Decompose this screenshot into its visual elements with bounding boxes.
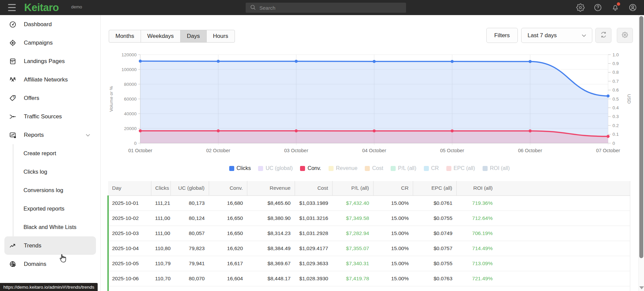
svg-text:0.9: 0.9 [612, 61, 619, 66]
cell-day: 2025-10-05 [108, 256, 151, 271]
legend-item-revenue[interactable]: Revenue [329, 165, 357, 171]
user-account-icon[interactable] [629, 3, 637, 12]
legend-item-cost[interactable]: Cost [365, 165, 383, 171]
filters-button[interactable]: Filters [486, 28, 518, 43]
svg-text:60000: 60000 [124, 97, 137, 102]
table-row[interactable]: 2025-10-04110,8079,82316,620$8,384.49$1,… [108, 241, 630, 256]
sidebar-item-offers[interactable]: $Offers [4, 89, 96, 107]
cell-cr: 15.00% [373, 256, 413, 271]
svg-text:0.8: 0.8 [612, 70, 619, 75]
scrollbar-down-arrow[interactable] [639, 286, 644, 289]
sidebar-subitem-conversions-log[interactable]: Conversions log [13, 181, 100, 199]
legend-item-epc-all-[interactable]: EPC (all) [446, 165, 475, 171]
cell-revenue: $8,380.90 [247, 211, 295, 226]
column-header-day[interactable]: Day [108, 181, 151, 195]
reports-icon [9, 131, 16, 139]
table-row[interactable]: 2025-10-02111,0080,12416,650$8,380.90$1,… [108, 211, 630, 226]
cell-uc-global-: 79,823 [170, 241, 209, 256]
column-header-clicks[interactable]: Clicks [151, 181, 170, 195]
legend-swatch [391, 166, 396, 171]
cell-day: 2025-10-07 [108, 286, 151, 291]
column-header-filler [497, 181, 630, 195]
sidebar-item-dashboard[interactable]: Dashboard [4, 15, 96, 34]
cell-cost: $1,031.2928 [295, 226, 332, 241]
tab-weekdays[interactable]: Weekdays [141, 30, 181, 43]
svg-text:1.0: 1.0 [612, 52, 619, 57]
table-row[interactable]: 2025-10-01111,2180,17316,680$8,465.60$1,… [108, 195, 630, 211]
tab-months[interactable]: Months [109, 30, 141, 43]
sidebar-item-landings-pages[interactable]: Landings Pages [4, 52, 96, 70]
refresh-button[interactable] [595, 28, 611, 43]
landing-pages-icon [9, 58, 16, 65]
column-header-p-l-all-[interactable]: P/L (all) [332, 181, 373, 195]
cell-clicks: 111,00 [151, 211, 170, 226]
hamburger-menu-icon[interactable] [8, 4, 16, 11]
sidebar-subitem-exported-reports[interactable]: Exported reports [13, 199, 100, 218]
cell-roi-all-: 714.49% [456, 241, 497, 256]
table-row[interactable]: 2025-10-03111,0080,05716,650$8,314.23$1,… [108, 226, 630, 241]
sidebar-item-reports[interactable]: Reports [4, 126, 96, 144]
svg-text:05 October: 05 October [440, 148, 464, 153]
sidebar-item-affiliate-networks[interactable]: Affiliate Networks [4, 70, 96, 89]
sidebar-subitem-black-and-white-lists[interactable]: Black and White Lists [13, 218, 100, 236]
sidebar-item-traffic-sources[interactable]: Traffic Sources [4, 107, 96, 126]
column-header-epc-all-[interactable]: EPC (all) [413, 181, 456, 195]
sidebar-item-label: Reports [24, 132, 44, 138]
cell-cost: $1,031.3216 [295, 211, 332, 226]
legend-item-cr[interactable]: CR [424, 165, 439, 171]
sidebar-item-trends[interactable]: Trends [4, 236, 96, 255]
column-header-cost[interactable]: Cost [295, 181, 332, 195]
cell-roi-all-: 713.09% [456, 256, 497, 271]
cell-p-l-all-: $1,466.47 [332, 286, 373, 291]
cell-cost: $1,029.4177 [295, 241, 332, 256]
legend-item-conv-[interactable]: Conv. [300, 165, 321, 171]
column-header-revenue[interactable]: Revenue [247, 181, 295, 195]
column-header-uc-global-[interactable]: UC (global) [170, 181, 209, 195]
sidebar-subitem-clicks-log[interactable]: Clicks log [13, 163, 100, 181]
legend-item-p-l-all-[interactable]: P/L (all) [391, 165, 416, 171]
refresh-icon [600, 31, 607, 40]
cell-p-l-all-: $7,349.58 [332, 211, 373, 226]
sidebar-item-label: Offers [24, 95, 39, 102]
search-input[interactable] [259, 5, 402, 11]
column-header-conv-[interactable]: Conv. [209, 181, 247, 195]
tab-days[interactable]: Days [180, 30, 207, 43]
cell-filler [497, 271, 630, 286]
column-header-cr[interactable]: CR [373, 181, 413, 195]
cell-cr: 15.00% [373, 211, 413, 226]
cell-revenue: $1,993.84 [247, 286, 295, 291]
legend-item-roi-all-[interactable]: ROI (all) [483, 165, 510, 171]
legend-label: UC (global) [265, 165, 293, 171]
date-range-select[interactable]: Last 7 days [521, 28, 592, 43]
cell-filler [497, 256, 630, 271]
sidebar-subitem-create-report[interactable]: Create report [13, 144, 100, 163]
column-header-roi-all-[interactable]: ROI (all) [456, 181, 497, 195]
table-row[interactable]: 2025-10-05110,7979,94116,617$8,369.67$1,… [108, 256, 630, 271]
table-row[interactable]: 2025-10-0744,4844,4576,648$1,993.84$527.… [108, 286, 630, 291]
cell-p-l-all-: $7,340.31 [332, 256, 373, 271]
tab-hours[interactable]: Hours [206, 30, 235, 43]
app-logo[interactable]: Keitaro [24, 2, 59, 14]
page-scrollbar[interactable] [638, 15, 644, 291]
sidebar-item-campaigns[interactable]: Campaigns [4, 34, 96, 52]
affiliate-networks-icon [9, 76, 16, 83]
help-icon[interactable] [594, 3, 602, 12]
sidebar-item-domains[interactable]: Domains [4, 255, 96, 273]
search-box[interactable] [246, 3, 406, 13]
notifications-bell-icon[interactable] [611, 3, 620, 12]
legend-item-clicks[interactable]: Clicks [229, 165, 251, 171]
cell-uc-global-: 79,941 [170, 256, 209, 271]
legend-label: EPC (all) [454, 165, 475, 171]
table-row[interactable]: 2025-10-06110,7080,07016,604$8,448.17$1,… [108, 271, 630, 286]
chart-settings-button[interactable] [617, 28, 633, 43]
cell-cr: 15.00% [373, 286, 413, 291]
cell-roi-all-: 712.64% [456, 211, 497, 226]
cell-cr: 15.00% [373, 241, 413, 256]
scrollbar-thumb[interactable] [639, 16, 643, 258]
svg-text:0.5: 0.5 [612, 97, 619, 102]
legend-swatch [329, 166, 334, 171]
legend-swatch [483, 166, 488, 171]
domains-icon [9, 260, 16, 268]
settings-gear-icon[interactable] [576, 3, 585, 12]
legend-item-uc-global-[interactable]: UC (global) [258, 165, 293, 171]
